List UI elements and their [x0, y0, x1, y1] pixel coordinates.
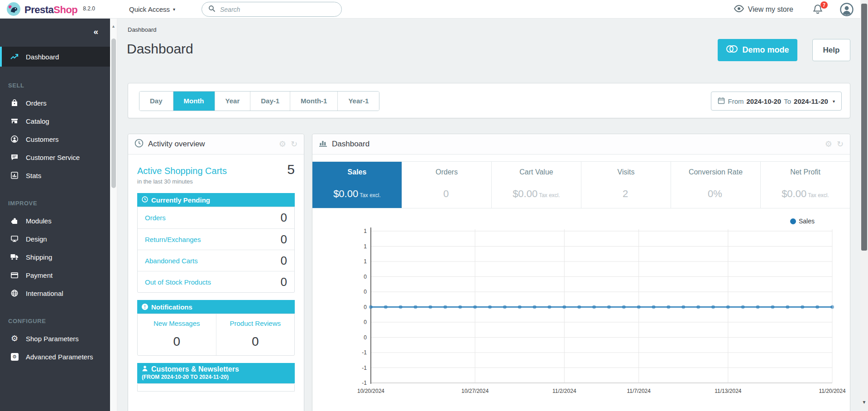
sidebar-item-label: Catalog — [26, 117, 49, 125]
svg-text:10/20/2024: 10/20/2024 — [357, 388, 384, 394]
scrollbar-thumb[interactable] — [861, 4, 867, 251]
pending-link[interactable]: Return/Exchanges — [145, 236, 201, 243]
kpi-tab-orders[interactable]: Orders 0 — [402, 162, 492, 208]
sidebar-item-label: Design — [26, 235, 47, 243]
user-avatar-button[interactable] — [840, 3, 854, 18]
search-input[interactable] — [220, 6, 329, 13]
tab-month-minus-1[interactable]: Month-1 — [290, 92, 337, 111]
chat-bubble-icon — [10, 154, 19, 161]
sidebar-item-customers[interactable]: Customers — [0, 130, 110, 148]
caret-down-icon: ▾ — [173, 7, 175, 12]
customers-newsletters-header: Customers & Newsletters (FROM 2024-10-20… — [137, 363, 295, 383]
currently-pending-header: Currently Pending — [137, 193, 295, 207]
sidebar-item-customer-service[interactable]: Customer Service — [0, 148, 110, 166]
main-content: Dashboard Dashboard Demo mode Help Day M… — [117, 19, 860, 411]
svg-text:1: 1 — [364, 243, 367, 250]
svg-text:11/7/2024: 11/7/2024 — [627, 388, 651, 394]
sidebar-item-modules[interactable]: Modules — [0, 212, 110, 230]
active-carts-value: 5 — [287, 162, 295, 177]
pending-list: Orders 0 Return/Exchanges 0 Abandoned Ca… — [137, 207, 295, 293]
toggle-icon — [726, 45, 738, 55]
date-range-tab-group: Day Month Year Day-1 Month-1 Year-1 — [139, 91, 379, 111]
scroll-up-arrow-icon[interactable]: ▲ — [110, 19, 117, 29]
kpi-value: 2 — [623, 188, 628, 199]
kpi-suffix: Tax excl. — [539, 192, 560, 198]
breadcrumb: Dashboard — [128, 26, 157, 33]
kpi-label: Cart Value — [492, 168, 581, 176]
sidebar-item-shipping[interactable]: Shipping — [0, 248, 110, 266]
tab-year[interactable]: Year — [215, 92, 250, 111]
version-label: 8.2.0 — [83, 5, 95, 12]
person-icon — [142, 365, 148, 373]
quick-access-dropdown[interactable]: Quick Access ▾ — [129, 0, 175, 19]
new-messages-cell[interactable]: New Messages 0 — [138, 314, 216, 355]
credit-card-icon — [10, 272, 19, 278]
active-carts-link[interactable]: Active Shopping Carts — [137, 166, 227, 176]
content-left-scrollbar[interactable]: ▲ — [110, 19, 117, 411]
sidebar-item-advanced-parameters[interactable]: ⚙ Advanced Parameters — [0, 348, 110, 366]
help-button[interactable]: Help — [812, 39, 850, 61]
product-reviews-link[interactable]: Product Reviews — [216, 319, 295, 327]
gear-icon: ⚙ — [10, 334, 19, 343]
pending-link[interactable]: Orders — [145, 214, 166, 222]
tab-year-minus-1[interactable]: Year-1 — [337, 92, 379, 111]
sidebar-item-catalog[interactable]: Catalog — [0, 112, 110, 130]
kpi-tab-conversion-rate[interactable]: Conversion Rate 0% — [671, 162, 761, 208]
pending-link[interactable]: Abandoned Carts — [145, 257, 198, 265]
globe-icon — [10, 290, 19, 297]
section-title: IMPROVE — [0, 195, 110, 212]
sidebar-item-label: Orders — [26, 99, 47, 107]
list-item[interactable]: Orders 0 — [138, 207, 294, 228]
sidebar-item-payment[interactable]: Payment — [0, 266, 110, 284]
sidebar-item-label: International — [26, 290, 63, 297]
from-label: From — [728, 97, 743, 105]
page-scrollbar[interactable]: ▼ — [860, 0, 868, 411]
collapse-sidebar-icon[interactable]: « — [93, 27, 98, 36]
sidebar-item-orders[interactable]: Orders — [0, 94, 110, 112]
to-date: 2024-11-20 — [794, 97, 828, 105]
view-my-store-label: View my store — [748, 5, 793, 14]
kpi-tab-cart-value[interactable]: Cart Value $0.00Tax excl. — [492, 162, 581, 208]
svg-text:10/27/2024: 10/27/2024 — [461, 388, 489, 394]
kpi-tab-visits[interactable]: Visits 2 — [581, 162, 671, 208]
tab-month[interactable]: Month — [173, 92, 215, 111]
list-item[interactable]: Abandoned Carts 0 — [138, 250, 294, 271]
refresh-icon[interactable]: ↻ — [837, 140, 844, 148]
pending-link[interactable]: Out of Stock Products — [145, 278, 211, 286]
settings-gear-icon[interactable]: ⚙ — [279, 140, 286, 148]
kpi-tab-net-profit[interactable]: Net Profit $0.00Tax excl. — [761, 162, 850, 208]
svg-text:1: 1 — [364, 228, 367, 234]
sidebar-item-stats[interactable]: Stats — [0, 166, 110, 184]
view-my-store-link[interactable]: View my store — [734, 0, 793, 19]
tab-day-minus-1[interactable]: Day-1 — [250, 92, 290, 111]
sidebar-item-shop-parameters[interactable]: ⚙ Shop Parameters — [0, 329, 110, 348]
scroll-down-arrow-icon[interactable]: ▼ — [860, 400, 868, 405]
scrollbar-thumb[interactable] — [111, 39, 116, 188]
dashboard-panel-header: Dashboard ⚙ ↻ — [312, 134, 850, 155]
sidebar-item-label: Advanced Parameters — [26, 353, 93, 361]
notifications-bell-button[interactable]: 7 — [813, 4, 825, 16]
sidebar-item-label: Modules — [26, 217, 52, 225]
kpi-tab-sales[interactable]: Sales $0.00Tax excl. — [312, 162, 402, 208]
kpi-suffix: Tax excl. — [360, 192, 381, 198]
product-reviews-cell[interactable]: Product Reviews 0 — [216, 314, 295, 355]
prestashop-logo[interactable]: PrestaShop 8.2.0 — [6, 2, 95, 18]
sidebar-item-international[interactable]: International — [0, 284, 110, 302]
date-range-picker[interactable]: From 2024-10-20 To 2024-11-20 ▾ — [711, 92, 842, 111]
sidebar-item-label: Stats — [26, 172, 41, 179]
list-item[interactable]: Return/Exchanges 0 — [138, 228, 294, 250]
search-box[interactable] — [201, 2, 342, 17]
chart-legend[interactable]: Sales — [312, 217, 850, 226]
new-messages-link[interactable]: New Messages — [138, 319, 216, 327]
to-label: To — [784, 97, 791, 105]
section-title: SELL — [0, 77, 110, 94]
sidebar-item-dashboard[interactable]: Dashboard — [0, 47, 110, 67]
svg-text:-1: -1 — [362, 380, 367, 386]
tab-day[interactable]: Day — [139, 92, 173, 111]
settings-gear-icon[interactable]: ⚙ — [825, 140, 832, 148]
list-item[interactable]: Out of Stock Products 0 — [138, 271, 294, 292]
active-carts-subtitle: in the last 30 minutes — [137, 178, 295, 185]
refresh-icon[interactable]: ↻ — [291, 140, 297, 148]
sidebar-item-design[interactable]: Design — [0, 230, 110, 248]
demo-mode-button[interactable]: Demo mode — [718, 39, 797, 61]
